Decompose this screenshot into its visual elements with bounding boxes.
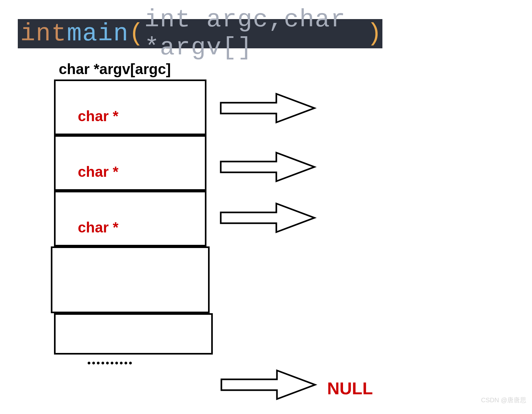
token-close-paren: ) xyxy=(367,20,382,48)
arrow-icon-1 xyxy=(219,149,321,184)
array-cell-3 xyxy=(51,246,210,313)
token-open-paren: ( xyxy=(129,20,145,48)
arrow-icon-null xyxy=(220,367,321,402)
null-label: NULL xyxy=(327,378,373,398)
csdn-watermark: CSDN @唐唐思 xyxy=(481,396,526,404)
arrow-icon-0 xyxy=(219,91,321,126)
arrow-icon-2 xyxy=(219,200,321,235)
cell-label-1: char * xyxy=(78,163,118,180)
array-title: char *argv[argc] xyxy=(59,60,171,78)
array-cell-1: char * xyxy=(54,135,206,191)
array-cell-4 xyxy=(54,313,213,355)
token-function-name: main xyxy=(67,20,129,48)
token-type-keyword: int xyxy=(20,20,67,48)
cell-label-2: char * xyxy=(78,219,118,236)
token-arguments: int argc,char *argv[] xyxy=(144,6,367,62)
array-cell-0: char * xyxy=(54,79,206,135)
array-cell-2: char * xyxy=(54,191,206,246)
cell-label-0: char * xyxy=(78,107,118,125)
code-signature-bar: int main ( int argc,char *argv[] ) xyxy=(18,19,382,48)
ellipsis-dots: •••••••••• xyxy=(87,358,133,369)
